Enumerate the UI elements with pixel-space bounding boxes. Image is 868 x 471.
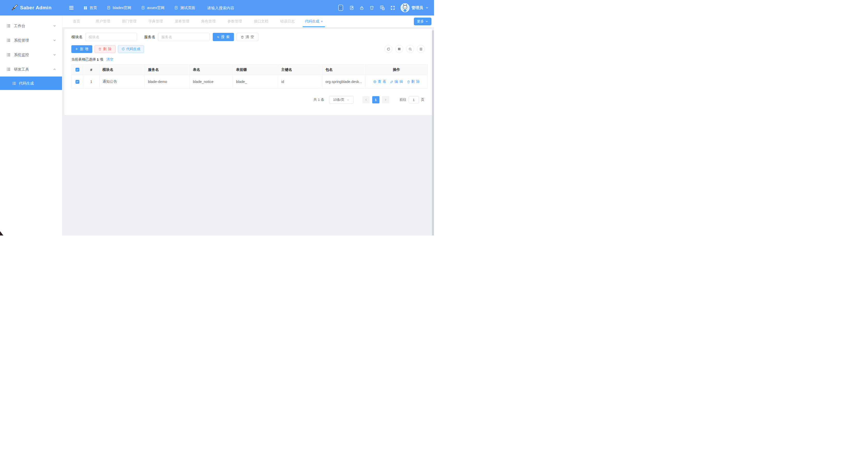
avatar: [401, 3, 409, 12]
cell-pk: id: [278, 75, 322, 89]
page-number-1[interactable]: 1: [372, 96, 379, 103]
delete-link[interactable]: 删 除: [407, 80, 420, 84]
translate-icon[interactable]: 中 A: [380, 5, 385, 10]
goto-page-input[interactable]: [409, 96, 419, 103]
document-icon: [107, 6, 111, 10]
search-toggle-icon[interactable]: [406, 45, 414, 53]
chevron-up-icon: [53, 67, 56, 71]
chevron-down-icon: [53, 38, 56, 42]
prev-page-button[interactable]: [363, 96, 370, 103]
add-button[interactable]: 新 增: [71, 45, 92, 53]
tab-home[interactable]: 首页: [63, 15, 90, 27]
selection-info: 当前表格已选择 1 项 清空: [71, 57, 428, 62]
debug-pad-icon[interactable]: [349, 5, 354, 10]
tab-role-mgmt[interactable]: 角色管理: [195, 15, 221, 27]
table-row: 1 通知公告 blade-demo blade_notice blade_ id…: [71, 75, 428, 89]
cell-table: blade_notice: [190, 75, 233, 89]
edit-link[interactable]: 编 辑: [390, 80, 403, 84]
svg-text:A: A: [383, 8, 384, 9]
lock-icon[interactable]: [360, 5, 364, 10]
content-card: 模块名 服务名 搜 索 清 空: [64, 29, 432, 115]
grid-icon: [84, 6, 87, 10]
sidebar-item-system-mgmt[interactable]: 系统管理: [0, 33, 62, 48]
total-count: 共 1 条: [313, 97, 324, 102]
cell-prefix: blade_: [233, 75, 278, 89]
tab-user-mgmt[interactable]: 用户管理: [90, 15, 116, 27]
sidebar-item-workbench[interactable]: 工作台: [0, 19, 62, 33]
global-search-input[interactable]: [207, 6, 259, 10]
page-unit-label: 页: [421, 97, 425, 102]
topnav-item-bladex[interactable]: bladex官网: [107, 5, 131, 10]
service-name-label: 服务名: [144, 35, 156, 39]
fullscreen-icon[interactable]: [390, 5, 395, 10]
tab-codegen[interactable]: 代码生成 ×: [301, 15, 327, 27]
next-page-button[interactable]: [382, 96, 389, 103]
search-button[interactable]: 搜 索: [213, 33, 234, 41]
cell-module: 通知公告: [99, 75, 145, 89]
chevron-down-icon: [53, 24, 56, 28]
sidebar-item-dev-tools[interactable]: 研发工具: [0, 62, 62, 76]
topnav-item-home[interactable]: 首页: [84, 5, 97, 10]
topnav-item-test[interactable]: 测试页面: [174, 5, 195, 10]
more-tabs-button[interactable]: 更多: [414, 18, 431, 25]
cursor-artifact: [0, 231, 3, 236]
module-name-input[interactable]: [85, 33, 137, 41]
list-icon: [12, 81, 16, 86]
module-name-label: 模块名: [71, 35, 83, 39]
theme-shirt-icon[interactable]: [369, 5, 374, 10]
user-name: 管理员: [411, 5, 423, 10]
codegen-button[interactable]: 代码生成: [118, 45, 144, 53]
topnav-item-avuex[interactable]: avuex官网: [141, 5, 165, 10]
list-icon: [6, 67, 11, 72]
page-codegen: 模块名 服务名 搜 索 清 空: [62, 27, 434, 236]
list-icon: [6, 38, 11, 43]
refresh-icon[interactable]: [384, 45, 392, 53]
menu-list-icon[interactable]: [417, 45, 425, 53]
tab-dict-mgmt[interactable]: 字典管理: [143, 15, 169, 27]
dropdown-box-icon[interactable]: [338, 4, 344, 11]
page-size-select[interactable]: 10条/页: [329, 96, 353, 104]
chevron-down-icon: [425, 6, 429, 9]
table-toolbar: [384, 45, 425, 53]
table-header-row: # 模块名 服务名 表名 表前缀 主键名 包名 操作: [71, 65, 428, 75]
clear-selection-link[interactable]: 清空: [106, 57, 114, 62]
sword-icon: [11, 4, 18, 11]
tab-bar: 首页 用户管理 部门管理 字典管理 菜单管理 角色管理 参数管理 接口文档 错误…: [62, 15, 434, 27]
filter-form: 模块名 服务名 搜 索 清 空: [71, 33, 428, 41]
tab-close-icon[interactable]: ×: [321, 20, 323, 23]
chevron-down-icon: [53, 53, 56, 57]
tab-api-docs[interactable]: 接口文档: [248, 15, 274, 27]
list-icon: [6, 53, 11, 57]
service-name-input[interactable]: [158, 33, 210, 41]
page-scrollbar[interactable]: [432, 30, 434, 236]
tab-dept-mgmt[interactable]: 部门管理: [116, 15, 143, 27]
header-actions: 中 A: [338, 3, 429, 12]
app-header: Saber Admin 首页: [0, 0, 434, 15]
top-bar: 首页 bladex官网 avuex官网: [62, 0, 434, 15]
goto-label: 前往: [400, 97, 407, 102]
document-icon: [141, 6, 145, 10]
top-nav: 首页 bladex官网 avuex官网: [84, 5, 195, 10]
sidebar-item-system-monitor[interactable]: 系统监控: [0, 48, 62, 62]
clear-button[interactable]: 清 空: [237, 33, 258, 41]
tab-error-log[interactable]: 错误日志: [274, 15, 301, 27]
codegen-table: # 模块名 服务名 表名 表前缀 主键名 包名 操作: [71, 64, 428, 89]
select-all-checkbox[interactable]: [75, 68, 80, 72]
tab-menu-mgmt[interactable]: 菜单管理: [169, 15, 195, 27]
pagination: 共 1 条 10条/页 1 前往 页: [69, 96, 428, 104]
delete-button[interactable]: 删 除: [95, 45, 116, 53]
app-logo: Saber Admin: [0, 0, 62, 15]
column-grid-icon[interactable]: [395, 45, 403, 53]
app-title: Saber Admin: [20, 5, 52, 10]
hamburger-icon[interactable]: [68, 5, 74, 10]
cell-service: blade-demo: [145, 75, 190, 89]
user-menu[interactable]: 管理员: [401, 3, 429, 12]
sidebar-item-codegen[interactable]: 代码生成: [0, 76, 62, 90]
selection-count: 1: [97, 58, 99, 62]
row-checkbox[interactable]: [75, 80, 80, 84]
tab-param-mgmt[interactable]: 参数管理: [221, 15, 248, 27]
cell-index: 1: [83, 75, 99, 89]
list-icon: [6, 24, 11, 28]
view-link[interactable]: 查 看: [373, 80, 386, 84]
sidebar: 工作台 系统管理 系统监控: [0, 15, 62, 236]
